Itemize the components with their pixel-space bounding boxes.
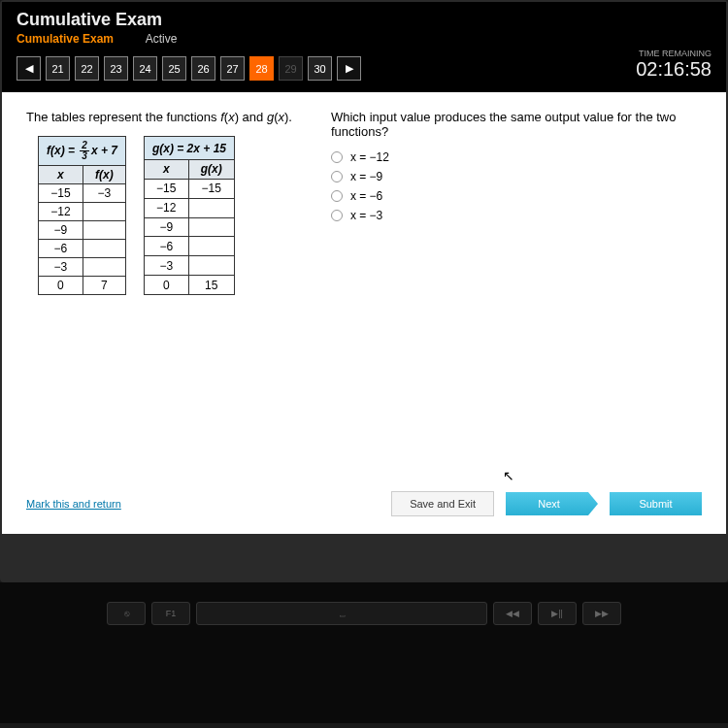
- key: ⎵: [196, 602, 487, 625]
- nav-q25[interactable]: 25: [162, 56, 186, 81]
- nav-q22[interactable]: 22: [75, 56, 99, 81]
- nav-q26[interactable]: 26: [191, 56, 215, 81]
- radio-icon: [331, 171, 343, 182]
- exam-header: Cumulative Exam Cumulative Exam Active: [2, 2, 726, 49]
- prompt-text: The tables represent the functions f(x) …: [26, 110, 292, 124]
- content-area: The tables represent the functions f(x) …: [2, 92, 726, 534]
- radio-icon: [331, 190, 343, 202]
- nav-q24[interactable]: 24: [133, 56, 157, 81]
- save-exit-button[interactable]: Save and Exit: [391, 491, 494, 516]
- key: ⎋: [107, 602, 146, 625]
- formula-g: g(x) = 2x + 15: [144, 137, 234, 160]
- nav-q21[interactable]: 21: [46, 56, 70, 81]
- exam-subtitle: Cumulative Exam: [17, 32, 114, 46]
- option-c[interactable]: x = −6: [331, 189, 702, 203]
- nav-prev-button[interactable]: ◀: [17, 56, 41, 81]
- keyboard-area: ⎋ F1 ⎵ ◀◀ ▶|| ▶▶: [0, 582, 728, 723]
- exam-status: Active: [146, 32, 178, 46]
- nav-q23[interactable]: 23: [104, 56, 128, 81]
- nav-next-button[interactable]: ▶: [337, 56, 361, 81]
- nav-q30[interactable]: 30: [308, 56, 332, 81]
- radio-icon: [331, 151, 343, 163]
- mark-return-link[interactable]: Mark this and return: [26, 498, 121, 510]
- question-nav: ◀ 21 22 23 24 25 26 27 28 29 30 ▶ TIME R…: [2, 49, 726, 92]
- cursor-icon: ↖: [503, 468, 514, 483]
- submit-button[interactable]: Submit: [610, 492, 702, 515]
- key: ▶||: [538, 602, 577, 625]
- radio-icon: [331, 210, 343, 221]
- table-g: g(x) = 2x + 15 xg(x) −15−15 −12 −9 −6 −3…: [144, 136, 235, 295]
- nav-q29: 29: [279, 56, 303, 81]
- formula-f: f(x) = 23x + 7: [39, 137, 126, 166]
- next-button[interactable]: Next: [506, 492, 598, 515]
- timer: TIME REMAINING 02:16:58: [636, 49, 711, 81]
- timer-value: 02:16:58: [636, 58, 711, 81]
- option-d[interactable]: x = −3: [331, 209, 702, 222]
- exam-title: Cumulative Exam: [17, 10, 711, 30]
- table-f: f(x) = 23x + 7 xf(x) −15−3 −12 −9 −6 −3 …: [38, 136, 126, 295]
- timer-label: TIME REMAINING: [636, 49, 711, 58]
- key: F1: [151, 602, 190, 625]
- option-a[interactable]: x = −12: [331, 150, 702, 164]
- nav-q28[interactable]: 28: [249, 56, 274, 81]
- option-b[interactable]: x = −9: [331, 170, 702, 183]
- key: ◀◀: [493, 602, 532, 625]
- question-text: Which input value produces the same outp…: [331, 110, 702, 139]
- key: ▶▶: [582, 602, 621, 625]
- nav-q27[interactable]: 27: [220, 56, 245, 81]
